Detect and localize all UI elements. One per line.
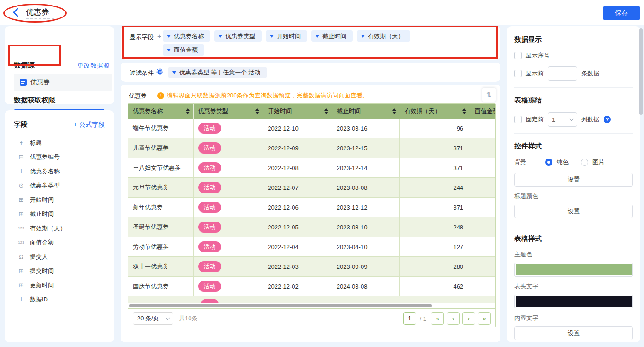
back-icon[interactable] xyxy=(12,8,19,17)
solid-color-radio[interactable] xyxy=(545,159,552,166)
datasource-item[interactable]: 优惠券 xyxy=(14,74,112,91)
page-size-value: 20 条/页 xyxy=(137,314,159,323)
sort-down-arrow xyxy=(462,112,466,114)
cell-face-value xyxy=(470,277,495,296)
type-badge: 活动 xyxy=(198,123,221,134)
vertical-scrollbar-thumb[interactable] xyxy=(639,28,643,115)
field-item[interactable]: ⊞开始时间 xyxy=(12,193,107,207)
cell-face-value xyxy=(470,178,495,198)
title-edit-underline xyxy=(26,18,54,19)
field-item[interactable]: ⊞截止时间 xyxy=(12,207,107,221)
sort-down-arrow xyxy=(255,112,259,114)
first-page-button[interactable]: « xyxy=(431,312,444,325)
column-header-label: 优惠券类型 xyxy=(198,107,228,115)
field-item-label: 标题 xyxy=(30,139,42,147)
cell-start-date: 2022-12-08 xyxy=(263,158,332,178)
preview-table: 优惠券名称优惠券类型开始时间截止时间有效期（天）面值金额 端午节优惠券活动202… xyxy=(128,103,496,327)
background-set-button[interactable]: 设置 xyxy=(514,173,633,187)
column-header[interactable]: 优惠券类型 xyxy=(194,104,264,119)
field-item-label: 数据ID xyxy=(30,296,48,304)
column-header[interactable]: 截止时间 xyxy=(332,104,400,119)
prev-page-button[interactable]: ‹ xyxy=(447,312,460,325)
sort-icon xyxy=(186,108,190,114)
display-field-chip[interactable]: 截止时间 xyxy=(311,30,353,42)
sort-icon xyxy=(324,108,328,114)
page-title: 优惠券 xyxy=(26,7,49,17)
display-field-chip[interactable]: 有效期（天） xyxy=(357,30,410,42)
show-first-count-input[interactable] xyxy=(548,66,577,81)
freeze-heading: 表格冻结 xyxy=(514,96,633,105)
top-bar: 优惠券 保存 xyxy=(0,0,644,25)
show-serial-checkbox[interactable] xyxy=(514,52,522,59)
field-item[interactable]: ⊞更新时间 xyxy=(12,278,107,292)
radio-icon: ⊙ xyxy=(17,182,26,189)
column-header[interactable]: 有效期（天） xyxy=(400,104,471,119)
number-icon: 123 xyxy=(17,226,26,230)
sort-order-button[interactable]: ⇅ xyxy=(482,88,496,102)
divider xyxy=(514,87,633,88)
display-field-chip[interactable]: 开始时间 xyxy=(266,30,307,42)
field-item-label: 更新时间 xyxy=(30,281,54,290)
theme-color-swatch[interactable] xyxy=(514,263,633,277)
field-item[interactable]: 123面值金额 xyxy=(12,235,107,250)
field-item[interactable]: ⊟优惠券编号 xyxy=(12,150,107,164)
field-item[interactable]: ⊙优惠券类型 xyxy=(12,178,107,193)
chip-row: 优惠券名称优惠券类型开始时间截止时间有效期（天） xyxy=(163,30,410,42)
cell-coupon-name: 儿童节优惠券 xyxy=(128,138,194,158)
sort-up-arrow xyxy=(462,108,466,111)
cell-end-date: 2023-04-10 xyxy=(332,237,400,257)
header-text-label: 表头文字 xyxy=(514,282,633,290)
column-header[interactable]: 面值金额 xyxy=(470,104,495,119)
freeze-checkbox[interactable] xyxy=(514,116,522,123)
header-text-swatch[interactable] xyxy=(514,295,633,308)
cell-end-date: 2023-08-10 xyxy=(332,217,400,237)
display-field-chip[interactable]: 优惠券类型 xyxy=(214,30,262,42)
display-field-chip[interactable]: 面值金额 xyxy=(163,44,204,56)
field-item[interactable]: Ω提交人 xyxy=(12,250,107,264)
gear-icon[interactable] xyxy=(156,68,163,75)
page-size-select[interactable]: 20 条/页 xyxy=(133,312,173,325)
cell-valid-days: 371 xyxy=(400,198,470,217)
cell-valid-days: 371 xyxy=(400,158,470,178)
field-item[interactable]: Ŧ标题 xyxy=(12,136,107,150)
freeze-count-select[interactable]: 1 xyxy=(548,112,577,127)
cell-coupon-type: 活动 xyxy=(194,119,264,138)
sort-up-arrow xyxy=(186,108,190,111)
sort-icon xyxy=(462,108,466,114)
cell-valid-days: 280 xyxy=(400,257,470,277)
display-field-chip-label: 有效期（天） xyxy=(368,32,404,40)
change-datasource-link[interactable]: 更改数据源 xyxy=(77,62,109,70)
text-icon: I xyxy=(17,168,26,175)
freeze-suffix: 列数据 xyxy=(581,115,599,124)
date-icon: ⊞ xyxy=(17,267,26,274)
fields-list: Ŧ标题⊟优惠券编号I优惠券名称⊙优惠券类型⊞开始时间⊞截止时间123有效期（天）… xyxy=(12,136,107,307)
cell-end-date: 2024-03-08 xyxy=(332,277,400,296)
show-first-suffix: 条数据 xyxy=(581,69,599,78)
add-display-field-button[interactable]: + xyxy=(157,32,161,40)
content-text-set-button[interactable]: 设置 xyxy=(514,326,633,340)
preview-notice-text: 编辑界面只取数据源前200条作为查询数据预览，完整数据请访问页面查看。 xyxy=(167,91,368,100)
image-radio[interactable] xyxy=(581,159,588,166)
field-item[interactable]: I优惠券名称 xyxy=(12,164,107,178)
divider xyxy=(514,133,633,134)
title-color-set-button[interactable]: 设置 xyxy=(514,205,633,218)
widget-style-heading: 控件样式 xyxy=(514,142,633,151)
add-formula-field-link[interactable]: + 公式字段 xyxy=(74,121,105,129)
column-header-label: 开始时间 xyxy=(268,107,292,115)
last-page-button[interactable]: » xyxy=(478,312,491,325)
column-header[interactable]: 开始时间 xyxy=(263,104,332,119)
next-page-button[interactable]: › xyxy=(462,312,475,325)
display-field-chip[interactable]: 优惠券名称 xyxy=(163,30,210,42)
save-button[interactable]: 保存 xyxy=(603,6,640,20)
field-item[interactable]: 123有效期（天） xyxy=(12,221,107,235)
show-first-checkbox[interactable] xyxy=(514,70,522,77)
field-item[interactable]: ⊞提交时间 xyxy=(12,264,107,278)
fields-panel: 字段 + 公式字段 Ŧ标题⊟优惠券编号I优惠券名称⊙优惠券类型⊞开始时间⊞截止时… xyxy=(5,110,114,342)
field-item[interactable]: I数据ID xyxy=(12,292,107,307)
column-header[interactable]: 优惠券名称 xyxy=(128,104,194,119)
filter-condition-chip[interactable]: 优惠券类型 等于任意一个 活动 xyxy=(168,67,267,78)
page-number-input[interactable]: 1 xyxy=(403,312,416,325)
cell-start-date: 2022-12-05 xyxy=(263,217,332,237)
horizontal-scrollbar-thumb[interactable] xyxy=(129,304,432,307)
help-icon[interactable]: ? xyxy=(604,116,611,123)
